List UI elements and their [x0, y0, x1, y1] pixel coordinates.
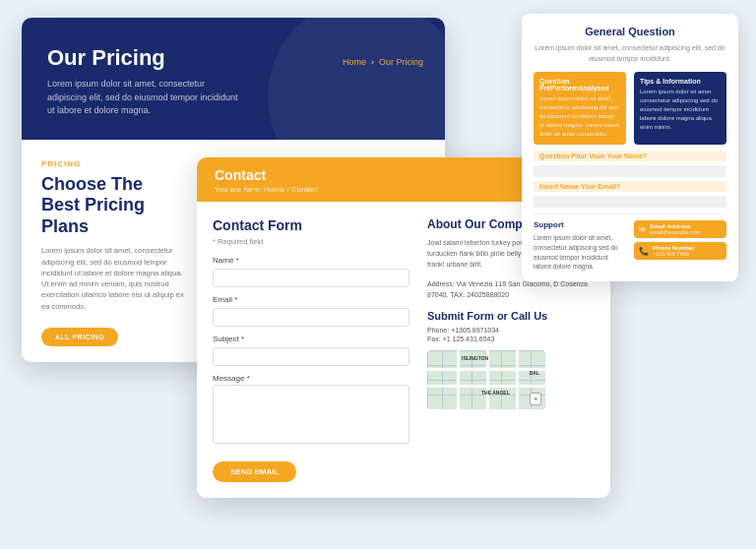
contact-required: * Required field — [213, 237, 410, 246]
faq-input-label-2: Insert Name Your Email? — [534, 181, 726, 192]
faq-input-2 — [534, 196, 726, 208]
faq-contact-box: ✉ Email Address email@example.com 📞 Phon… — [634, 220, 726, 272]
faq-email-value: email@example.com — [650, 229, 700, 235]
faq-support-row: Support Lorem ipsum dolor sit amet, cons… — [534, 214, 726, 272]
faq-phone-value: +123 456 7890 — [653, 251, 695, 257]
map-zoom-button[interactable]: + — [530, 393, 541, 405]
contact-form-section: Contact Form * Required field Name * Ema… — [213, 217, 410, 482]
pricing-hero-title: Our Pricing — [47, 45, 419, 71]
faq-form-row: Question Pour Vous Your Name? Insert Nam… — [534, 151, 726, 208]
phone-detail: Phone: +1305.8971034 — [427, 327, 595, 334]
faq-section-right-text: Lorem ipsum dolor sit amet consectetur a… — [640, 88, 721, 132]
faq-section-right-title: Tips & Information — [640, 78, 721, 85]
fax-detail: Fax: +1 125.431.6543 — [427, 336, 595, 342]
faq-support-title: Support — [534, 220, 626, 229]
email-input[interactable] — [213, 308, 410, 327]
pricing-left: PRICING Choose The Best Pricing Plans Lo… — [41, 159, 199, 346]
message-label: Message * — [213, 374, 410, 383]
name-input[interactable] — [213, 269, 410, 287]
faq-contact-email: ✉ Email Address email@example.com — [634, 220, 726, 238]
faq-phone-info: Phone Number +123 456 7890 — [653, 245, 695, 257]
name-field-group: Name * — [213, 256, 410, 287]
email-field-group: Email * — [213, 295, 410, 327]
map-road-v1 — [457, 350, 460, 409]
name-label: Name * — [213, 256, 410, 265]
faq-section-right: Tips & Information Lorem ipsum dolor sit… — [634, 72, 726, 145]
email-label: Email * — [213, 295, 410, 304]
subject-field-group: Subject * — [213, 335, 410, 366]
phone-icon: 📞 — [639, 247, 649, 256]
faq-input-label-1: Question Pour Vous Your Name? — [534, 151, 726, 161]
map-container: ISLINGTON THE ANGEL DAL + — [427, 350, 545, 409]
map-label-angel: THE ANGEL — [481, 390, 510, 396]
faq-support-section: Support Lorem ipsum dolor sit amet, cons… — [534, 220, 626, 272]
map-label-dal: DAL — [530, 370, 539, 376]
send-email-button[interactable]: SEND EMAIL — [213, 461, 296, 482]
subject-input[interactable] — [213, 347, 410, 366]
contact-form-title: Contact Form — [213, 217, 410, 233]
faq-section-left-text: Lorem ipsum dolor sit amet, consectetur … — [539, 94, 620, 139]
subject-label: Subject * — [213, 335, 410, 343]
faq-section-left-title: Question FréPlatformAnalysed — [539, 78, 620, 92]
faq-input-1 — [534, 165, 726, 177]
all-pricing-button[interactable]: ALL PRICING — [41, 328, 118, 346]
pricing-tag: PRICING — [41, 159, 185, 168]
faq-contact-phone: 📞 Phone Number +123 456 7890 — [634, 242, 726, 260]
message-field-group: Message * — [213, 374, 410, 448]
map-label-islington: ISLINGTON — [462, 355, 488, 361]
faq-title: General Question — [534, 26, 726, 37]
faq-subtitle: Lorem ipsum dolor sit amet, consectetur … — [534, 43, 726, 64]
map-road-v3 — [516, 350, 519, 409]
faq-email-info: Email Address email@example.com — [650, 223, 700, 235]
pricing-hero: Our Pricing Lorem ipsum dolor sit amet, … — [22, 18, 445, 140]
pricing-main-title: Choose The Best Pricing Plans — [41, 174, 185, 238]
pricing-hero-text: Lorem ipsum dolor sit amet, consectetur … — [47, 78, 244, 118]
message-textarea[interactable] — [213, 385, 410, 444]
email-icon: ✉ — [639, 225, 646, 234]
pricing-desc: Lorem ipsum dolor sit amet, consectetur … — [41, 245, 185, 312]
submit-or-call-title: Submit Form or Call Us — [427, 310, 595, 322]
faq-section-left: Question FréPlatformAnalysed Lorem ipsum… — [534, 72, 626, 145]
faq-sections-row: Question FréPlatformAnalysed Lorem ipsum… — [534, 72, 726, 145]
pricing-breadcrumb: Home › Our Pricing — [343, 57, 423, 67]
faq-support-text: Lorem ipsum dolor sit amet, consectetur … — [534, 233, 626, 272]
faq-card: General Question Lorem ipsum dolor sit a… — [522, 14, 738, 281]
